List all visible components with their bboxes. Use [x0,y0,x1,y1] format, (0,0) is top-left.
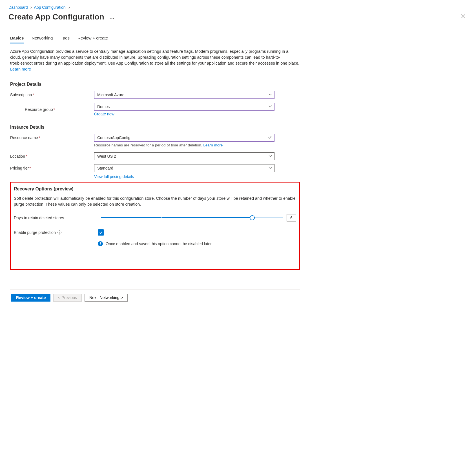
purge-protection-label: Enable purge protection i [14,230,98,235]
previous-button: < Previous [53,294,82,302]
breadcrumb: Dashboard > App Configuration > [8,5,468,10]
resource-name-label: Resource name* [10,135,94,140]
info-icon[interactable]: i [57,230,61,234]
purge-protection-info-text: Once enabled and saved this option canno… [106,241,212,246]
section-title-project-details: Project Details [10,82,300,87]
section-title-recovery-options: Recovery Options (preview) [14,186,296,192]
days-retain-slider[interactable] [101,215,283,221]
close-button[interactable] [459,12,468,21]
checkmark-icon [99,230,103,234]
intro-learn-more-link[interactable]: Learn more [10,67,31,71]
tab-basics[interactable]: Basics [10,36,24,43]
chevron-down-icon [269,91,272,98]
subscription-select[interactable]: Microsoft Azure [94,91,274,99]
purge-protection-checkbox[interactable] [98,229,104,236]
footer-actions: Review + create < Previous Next: Network… [10,289,300,308]
close-icon [461,14,465,19]
section-title-instance-details: Instance Details [10,125,300,130]
view-pricing-details-link[interactable]: View full pricing details [94,174,134,179]
review-create-button[interactable]: Review + create [11,294,50,302]
create-new-resource-group-link[interactable]: Create new [94,112,114,116]
checkmark-icon [268,134,272,141]
slider-thumb[interactable] [250,215,255,220]
chevron-down-icon [269,164,272,172]
resource-group-label: Resource group* [10,107,94,112]
location-select[interactable]: West US 2 [94,152,274,160]
recovery-options-section: Recovery Options (preview) Soft delete p… [10,182,300,270]
tab-tags[interactable]: Tags [61,36,70,43]
resource-name-helper: Resource names are reserved for a period… [94,143,223,147]
chevron-down-icon [269,103,272,110]
tabs: Basics Networking Tags Review + create [10,36,300,43]
breadcrumb-separator: > [68,6,70,10]
intro-text: Azure App Configuration provides a servi… [10,49,300,72]
more-actions-button[interactable]: ⋯ [109,13,115,21]
pricing-tier-select[interactable]: Standard [94,164,274,172]
info-icon: i [98,241,103,246]
breadcrumb-item-app-configuration[interactable]: App Configuration [34,5,66,10]
breadcrumb-item-dashboard[interactable]: Dashboard [8,5,28,10]
days-retain-value[interactable]: 6 [287,214,296,221]
next-button[interactable]: Next: Networking > [85,294,128,302]
days-retain-label: Days to retain deleted stores [14,216,98,220]
pricing-tier-label: Pricing tier* [10,166,94,170]
subscription-label: Subscription* [10,93,94,97]
resource-group-select[interactable]: Demos [94,103,274,111]
resource-name-learn-more-link[interactable]: Learn more [203,143,223,147]
resource-name-input[interactable]: ContosoAppConfig [94,134,274,142]
recovery-description: Soft delete protection will automaticall… [14,196,296,207]
breadcrumb-separator: > [30,6,32,10]
tab-networking[interactable]: Networking [32,36,53,43]
location-label: Location* [10,154,94,159]
page-title: Create App Configuration ⋯ [8,12,115,21]
chevron-down-icon [269,153,272,160]
tab-review-create[interactable]: Review + create [78,36,108,43]
